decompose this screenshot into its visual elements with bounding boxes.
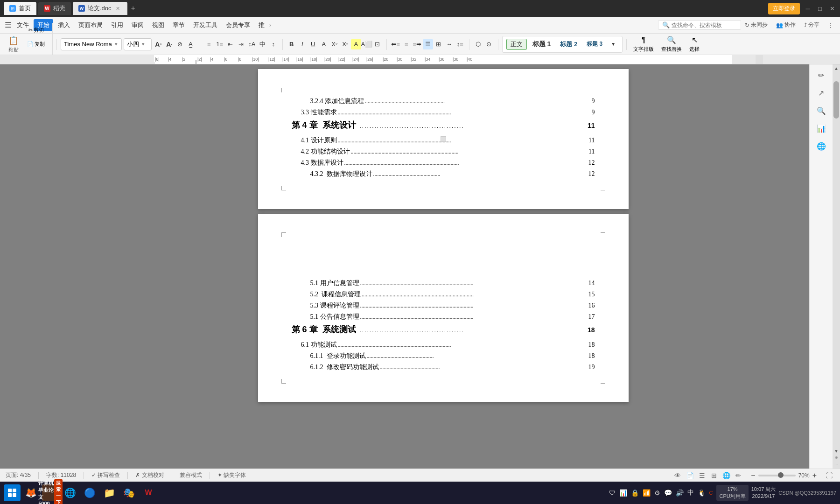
paste-button[interactable]: 📋 粘贴 [7, 35, 21, 54]
share-button[interactable]: ⤴ 分享 [801, 20, 822, 30]
text-layout-button[interactable]: ¶ 文字排版 [630, 36, 657, 53]
fill-btn[interactable]: ⊙ [484, 39, 494, 49]
font-size-selector[interactable]: 小四 ▼ [124, 38, 152, 50]
collab-button[interactable]: 👥 协作 [773, 20, 798, 30]
align-center[interactable]: ≡ [401, 39, 412, 49]
font-name-selector[interactable]: Times New Roma ▼ [61, 38, 122, 50]
tray-monitor[interactable]: 📊 [618, 488, 628, 497]
menu-reference[interactable]: 引用 [107, 19, 127, 31]
menu-layout[interactable]: 页面布局 [75, 19, 106, 31]
tray-apps[interactable]: ⚙ [653, 488, 661, 497]
font-size-decrease[interactable]: A- [164, 39, 175, 49]
command-search-input[interactable] [672, 22, 737, 28]
clock[interactable]: 10:07 周六 2022/9/17 [751, 486, 776, 500]
underline-button[interactable]: U [308, 39, 318, 49]
superscript-btn[interactable]: X2 [329, 39, 340, 49]
view-print[interactable]: 📄 [685, 470, 695, 481]
menu-insert[interactable]: 插入 [54, 19, 74, 31]
style-h2[interactable]: 标题 2 [556, 39, 581, 49]
tray-speaker[interactable]: 🔊 [675, 488, 685, 497]
fullscreen-button[interactable]: ⛶ [824, 470, 834, 481]
tab-wps[interactable]: W 稻壳 [38, 2, 71, 15]
draw-shape[interactable]: ⬡ [473, 39, 483, 49]
taskbar-app-wps2[interactable]: W [140, 484, 157, 501]
align-right[interactable]: ≡➡ [412, 39, 422, 49]
align-justify[interactable]: ☰ [423, 39, 433, 49]
start-button[interactable] [4, 484, 21, 501]
taskbar-app-ie[interactable]: 🌐 [62, 484, 78, 501]
sort[interactable]: ↕A [247, 39, 257, 49]
col-spacing[interactable]: ↔ [444, 39, 455, 49]
menu-chapter[interactable]: 章节 [169, 19, 189, 31]
font-bg-btn[interactable]: A⬜ [362, 39, 372, 49]
tab-doc[interactable]: W 论文.doc ✕ [73, 2, 127, 15]
view-split[interactable]: ⊞ [709, 470, 719, 481]
taskbar-app-media[interactable]: 🎭 [120, 484, 137, 501]
document-area[interactable]: 3.2.4 添加信息流程 ...........................… [77, 64, 809, 469]
view-outline[interactable]: ☰ [697, 470, 707, 481]
style-h3[interactable]: 标题 3 [583, 39, 606, 49]
menu-devtools[interactable]: 开发工具 [189, 19, 221, 31]
tab-home[interactable]: ⊞ 首页 [4, 2, 36, 15]
line-spacing[interactable]: ↕ [268, 39, 279, 49]
new-tab-button[interactable]: + [131, 4, 135, 13]
page-resize-handle[interactable] [441, 136, 446, 142]
view-read[interactable]: 👁 [672, 470, 683, 481]
tray-input[interactable]: 中 [686, 488, 695, 498]
scroll-page-up[interactable]: ⊕ [833, 455, 839, 460]
highlight-btn[interactable]: A [351, 39, 361, 49]
missing-font[interactable]: ✦ 缺失字体 [217, 471, 246, 479]
taskbar-app-search[interactable]: 🦊 [22, 484, 39, 501]
tray-security[interactable]: 🔒 [630, 488, 640, 497]
zoom-slider[interactable] [758, 475, 796, 476]
decrease-indent[interactable]: ⇤ [225, 39, 236, 49]
clear-format[interactable]: ⊘ [175, 39, 185, 49]
view-focus[interactable]: ✏ [733, 470, 743, 481]
subscript-btn[interactable]: X2 [340, 39, 350, 49]
taskbar-app-wps[interactable]: 计算机毕业论文5000... 搜索一下 [42, 484, 59, 501]
close-button[interactable]: ✕ [828, 4, 836, 13]
chinese-num[interactable]: 中 [258, 39, 268, 49]
styles-more[interactable]: ▼ [608, 39, 618, 49]
menu-push[interactable]: 推 [255, 19, 268, 31]
text-border-btn[interactable]: ⊡ [372, 39, 383, 49]
scroll-dots[interactable]: ⋯ [833, 461, 839, 467]
vertical-scrollbar[interactable]: ▲ ▼ ⊕ ⋯ [833, 64, 840, 469]
bold-button[interactable]: B [287, 39, 297, 49]
taskbar-app-explorer[interactable]: 📁 [101, 484, 118, 501]
login-button[interactable]: 立即登录 [768, 3, 800, 14]
find-replace-button[interactable]: 🔍 查找替换 [658, 36, 685, 53]
tray-csdn[interactable]: C [708, 489, 714, 497]
restore-button[interactable]: □ [816, 4, 824, 13]
doc-check[interactable]: ✗ 文档校对 [135, 471, 164, 479]
italic-button[interactable]: I [297, 39, 308, 49]
increase-indent[interactable]: ⇥ [236, 39, 246, 49]
tray-qq[interactable]: 🐧 [697, 488, 707, 497]
right-edit-tool[interactable]: ✏ [814, 68, 828, 82]
tab-doc-close[interactable]: ✕ [114, 5, 122, 12]
cut-button[interactable]: ✂ 剪切 [22, 24, 49, 37]
right-chart-tool[interactable]: 📊 [814, 121, 828, 135]
style-normal[interactable]: 正文 [506, 39, 527, 50]
scroll-thumb[interactable] [833, 81, 839, 119]
command-search-box[interactable]: 🔍 [658, 20, 741, 30]
style-h1[interactable]: 标题 1 [529, 39, 555, 49]
zoom-thumb[interactable] [778, 472, 784, 478]
align-left[interactable]: ⬅≡ [391, 39, 401, 49]
tray-im[interactable]: 💬 [663, 488, 673, 497]
scroll-up[interactable]: ▲ [833, 64, 840, 72]
right-globe-tool[interactable]: 🌐 [814, 139, 828, 153]
menu-review[interactable]: 审阅 [128, 19, 147, 31]
font-color-btn[interactable]: A [319, 39, 329, 49]
unordered-list[interactable]: ≡ [204, 39, 214, 49]
font-size-increase[interactable]: A+ [154, 39, 164, 49]
para-spacing[interactable]: ↕≡ [455, 39, 465, 49]
view-web[interactable]: 🌐 [721, 470, 731, 481]
right-arrow-tool[interactable]: ↗ [814, 86, 828, 100]
taskbar-app-edge[interactable]: 🔵 [81, 484, 98, 501]
scroll-down[interactable]: ▼ [833, 447, 840, 455]
zoom-decrease[interactable]: − [751, 471, 755, 480]
menu-vip[interactable]: 会员专享 [222, 19, 254, 31]
tray-wifi[interactable]: 📶 [642, 488, 651, 497]
menu-view[interactable]: 视图 [148, 19, 168, 31]
